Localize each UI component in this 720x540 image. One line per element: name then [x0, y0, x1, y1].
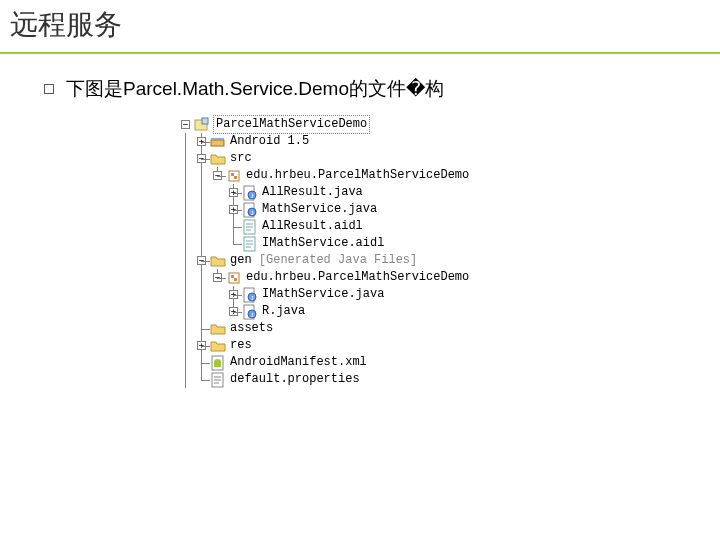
svg-rect-3 [211, 138, 224, 140]
tree-row-file[interactable]: AllResult.aidl [178, 218, 720, 235]
tree-row-assets[interactable]: assets [178, 320, 720, 337]
tree-label: ParcelMathServiceDemo [213, 115, 370, 134]
expand-icon[interactable]: + [229, 205, 238, 214]
tree-row-file[interactable]: + J AllResult.java [178, 184, 720, 201]
svg-text:J: J [250, 295, 254, 302]
tree-label: IMathService.aidl [261, 235, 384, 252]
expand-icon[interactable]: + [229, 188, 238, 197]
collapse-icon[interactable]: − [197, 256, 206, 265]
package-icon [226, 168, 242, 184]
tree-row-manifest[interactable]: AndroidManifest.xml [178, 354, 720, 371]
tree-label: edu.hrbeu.ParcelMathServiceDemo [245, 167, 469, 184]
page-title: 远程服务 [10, 6, 710, 44]
svg-rect-5 [231, 173, 234, 176]
java-file-icon: J [242, 304, 258, 320]
folder-icon [210, 338, 226, 354]
tree-row-res[interactable]: + res [178, 337, 720, 354]
tree-row-gen[interactable]: − gen [Generated Java Files] [178, 252, 720, 269]
project-icon [194, 117, 210, 133]
expand-icon[interactable]: + [229, 307, 238, 316]
tree-label: default.properties [229, 371, 360, 388]
tree-label: AllResult.java [261, 184, 363, 201]
tree-row-file[interactable]: + J R.java [178, 303, 720, 320]
tree-label: AllResult.aidl [261, 218, 363, 235]
android-file-icon [210, 355, 226, 371]
svg-text:J: J [250, 312, 254, 319]
tree-row-package[interactable]: − edu.hrbeu.ParcelMathServiceDemo [178, 269, 720, 286]
expand-icon[interactable]: + [197, 341, 206, 350]
svg-rect-31 [214, 362, 221, 367]
collapse-icon[interactable]: − [213, 273, 222, 282]
tree-row-project[interactable]: − ParcelMathServiceDemo [178, 116, 720, 133]
tree-row-file[interactable]: + J IMathService.java [178, 286, 720, 303]
collapse-icon[interactable]: − [213, 171, 222, 180]
svg-rect-23 [234, 278, 237, 281]
gen-text: gen [230, 253, 252, 267]
tree-label: res [229, 337, 252, 354]
tree-label: IMathService.java [261, 286, 384, 303]
collapse-icon[interactable]: − [197, 154, 206, 163]
tree-label: AndroidManifest.xml [229, 354, 367, 371]
caption-row: 下图是Parcel.Math.Service.Demo的文件�构 [44, 76, 720, 102]
package-icon [226, 270, 242, 286]
library-icon [210, 134, 226, 150]
expand-icon[interactable]: + [197, 137, 206, 146]
tree-label: gen [Generated Java Files] [229, 252, 417, 269]
tree-row-file[interactable]: + J MathService.java [178, 201, 720, 218]
java-file-icon: J [242, 202, 258, 218]
tree-row-file[interactable]: IMathService.aidl [178, 235, 720, 252]
svg-rect-6 [234, 176, 237, 179]
file-tree: − ParcelMathServiceDemo + Android 1.5 − … [178, 116, 720, 388]
folder-icon [210, 151, 226, 167]
tree-row-android[interactable]: + Android 1.5 [178, 133, 720, 150]
java-file-icon: J [242, 185, 258, 201]
svg-text:J: J [250, 193, 254, 200]
svg-rect-1 [202, 118, 208, 124]
text-file-icon [242, 236, 258, 252]
java-file-icon: J [242, 287, 258, 303]
text-file-icon [210, 372, 226, 388]
gen-note: [Generated Java Files] [259, 253, 417, 267]
collapse-icon[interactable]: − [181, 120, 190, 129]
text-file-icon [242, 219, 258, 235]
svg-rect-2 [211, 140, 224, 146]
tree-row-default[interactable]: default.properties [178, 371, 720, 388]
tree-label: MathService.java [261, 201, 377, 218]
tree-row-package[interactable]: − edu.hrbeu.ParcelMathServiceDemo [178, 167, 720, 184]
tree-label: edu.hrbeu.ParcelMathServiceDemo [245, 269, 469, 286]
tree-label: assets [229, 320, 273, 337]
tree-label: R.java [261, 303, 305, 320]
folder-icon [210, 253, 226, 269]
expand-icon[interactable]: + [229, 290, 238, 299]
tree-label: Android 1.5 [229, 133, 309, 150]
svg-text:J: J [250, 210, 254, 217]
folder-icon [210, 321, 226, 337]
svg-rect-22 [231, 275, 234, 278]
tree-label: src [229, 150, 252, 167]
caption-text: 下图是Parcel.Math.Service.Demo的文件�构 [66, 76, 444, 102]
bullet-square-icon [44, 84, 54, 94]
tree-row-src[interactable]: − src [178, 150, 720, 167]
